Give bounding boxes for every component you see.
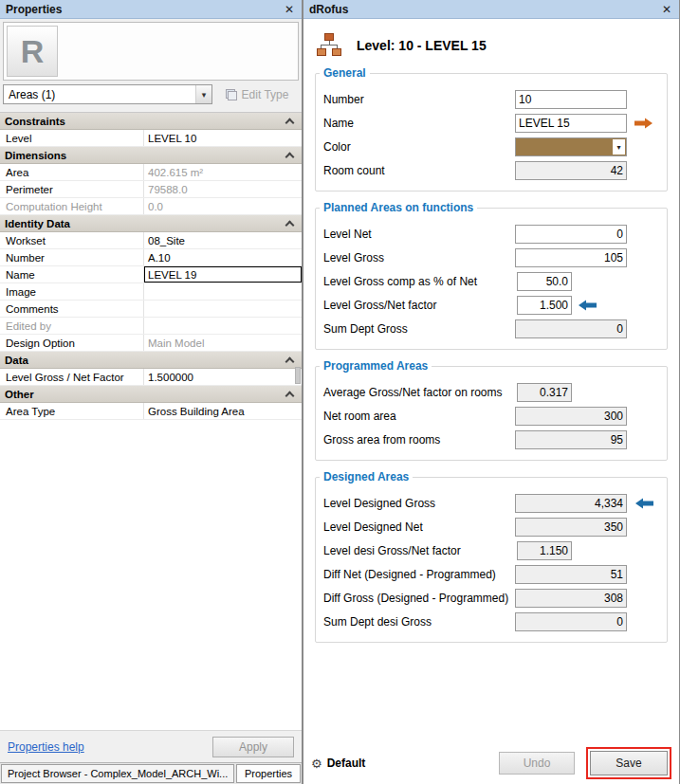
grid-scrollbar-thumb[interactable] [295, 367, 301, 384]
bottom-tab-bar: Project Browser - Complex_Model_ARCH_Wi.… [0, 762, 302, 784]
level-net-input[interactable] [515, 225, 627, 244]
gross-comp-input[interactable] [517, 272, 572, 291]
close-icon[interactable]: ✕ [283, 3, 296, 16]
param-value[interactable]: Gross Building Area [144, 403, 302, 419]
collapse-chevron-icon[interactable] [285, 357, 295, 367]
collapse-chevron-icon[interactable] [285, 153, 295, 162]
sum-dept-desi-gross-input [515, 612, 627, 631]
field-designed-net: Level Designed Net [323, 518, 659, 537]
grid-row-design-option: Design Option Main Model [0, 335, 302, 352]
grid-row-computation-height: Computation Height 0.0 [0, 198, 302, 215]
grid-row-workset: Workset 08_Site [0, 232, 302, 249]
color-swatch[interactable]: ▾ [515, 137, 627, 156]
default-control[interactable]: ⚙ Default [311, 757, 365, 771]
close-icon[interactable]: ✕ [660, 3, 673, 16]
properties-panel-title: Properties [6, 3, 283, 16]
field-label: Level Designed Gross [323, 497, 515, 510]
tab-project-browser[interactable]: Project Browser - Complex_Model_ARCH_Wi.… [1, 764, 234, 783]
param-label: Design Option [0, 335, 144, 351]
collapse-chevron-icon[interactable] [285, 392, 295, 401]
pull-from-revit-arrow-icon [634, 498, 653, 509]
param-value[interactable] [144, 283, 302, 300]
param-value[interactable]: 1.500000 [144, 369, 302, 385]
field-desi-factor: Level desi Gross/Net factor [323, 541, 659, 560]
drofus-footer: ⚙ Default Undo Save [303, 742, 679, 784]
param-value: 402.615 m² [144, 164, 302, 180]
save-button[interactable]: Save [590, 751, 668, 775]
param-value: 0.0 [144, 198, 302, 214]
level-header: Level: 10 - LEVEL 15 [317, 33, 679, 57]
section-designed-label: Designed Areas [320, 470, 413, 483]
grid-section-identity-data[interactable]: Identity Data [0, 215, 302, 232]
properties-titlebar[interactable]: Properties ✕ [0, 0, 302, 19]
collapse-chevron-icon[interactable] [285, 221, 295, 230]
field-label: Level Gross comp as % of Net [323, 275, 517, 288]
type-selector-value: Areas (1) [4, 88, 195, 101]
undo-button[interactable]: Undo [499, 752, 575, 775]
grid-section-other[interactable]: Other [0, 386, 302, 403]
param-label: Area [0, 164, 144, 180]
name-input[interactable] [515, 114, 627, 133]
section-label: Dimensions [0, 150, 286, 161]
param-value[interactable] [144, 301, 302, 317]
field-level-gross: Level Gross [323, 248, 659, 267]
apply-button[interactable]: Apply [212, 737, 294, 757]
param-label: Workset [0, 232, 144, 248]
section-planned-label: Planned Areas on functions [320, 201, 477, 214]
grid-section-constraints[interactable]: Constraints [0, 113, 302, 130]
param-value[interactable]: A.10 [144, 249, 302, 265]
param-label: Comments [0, 301, 144, 317]
chevron-down-icon[interactable]: ▾ [195, 85, 211, 103]
field-label: Number [323, 93, 515, 106]
type-selector-combobox[interactable]: Areas (1) ▾ [3, 84, 212, 104]
param-label: Number [0, 249, 144, 265]
param-value[interactable]: 08_Site [144, 232, 302, 248]
param-label: Image [0, 283, 144, 300]
default-icon: ⚙ [311, 757, 322, 771]
properties-help-link[interactable]: Properties help [8, 740, 84, 754]
grid-row-name: Name LEVEL 19 [0, 266, 302, 283]
section-label: Other [0, 389, 286, 400]
designed-gross-input [515, 494, 627, 513]
avg-factor-input [517, 383, 572, 402]
grid-section-data[interactable]: Data [0, 352, 302, 369]
edit-type-icon [226, 89, 237, 100]
param-label: Level [0, 130, 144, 146]
drofus-titlebar[interactable]: dRofus ✕ [303, 0, 679, 19]
tab-properties[interactable]: Properties [236, 764, 301, 783]
type-selector-row: Areas (1) ▾ Edit Type [3, 84, 299, 104]
designed-net-input [515, 518, 627, 537]
application-window: Properties ✕ R Areas (1) ▾ Edit Type Con… [0, 0, 680, 784]
grid-row-perimeter: Perimeter 79588.0 [0, 181, 302, 198]
param-label: Area Type [0, 403, 144, 419]
param-label: Level Gross / Net Factor [0, 369, 144, 385]
field-label: Gross area from rooms [323, 433, 515, 447]
chevron-down-icon[interactable]: ▾ [613, 139, 625, 155]
level-gross-input[interactable] [515, 248, 627, 267]
field-sum-dept-gross: Sum Dept Gross [323, 319, 659, 338]
field-level-net: Level Net [323, 225, 659, 244]
properties-footer: Properties help Apply [0, 730, 302, 762]
collapse-chevron-icon[interactable] [285, 119, 295, 128]
field-color: Color ▾ [323, 137, 659, 156]
desi-factor-input [517, 541, 572, 560]
param-label: Edited by [0, 318, 144, 334]
gross-net-factor-input[interactable] [517, 296, 572, 315]
grid-section-dimensions[interactable]: Dimensions [0, 147, 302, 164]
sum-dept-gross-input [515, 319, 627, 338]
param-value[interactable]: LEVEL 10 [144, 130, 302, 146]
field-sum-dept-desi-gross: Sum Dept desi Gross [323, 612, 659, 631]
drofus-panel: dRofus ✕ Level: 10 - LEVEL 15 General Nu… [303, 0, 680, 784]
edit-type-label: Edit Type [242, 88, 289, 101]
edit-type-button[interactable]: Edit Type [215, 84, 299, 104]
param-value-editing[interactable]: LEVEL 19 [144, 266, 302, 283]
diff-net-input [515, 565, 627, 584]
field-label: Level desi Gross/Net factor [323, 544, 517, 557]
section-programmed-areas: Programmed Areas Average Gross/Net facto… [315, 366, 668, 461]
gross-from-rooms-input [515, 430, 627, 449]
number-input[interactable] [515, 90, 627, 109]
revit-family-thumbnail: R [7, 26, 58, 77]
field-number: Number [323, 90, 659, 109]
field-label: Diff Net (Designed - Programmed) [323, 568, 515, 581]
drofus-panel-title: dRofus [309, 3, 660, 16]
